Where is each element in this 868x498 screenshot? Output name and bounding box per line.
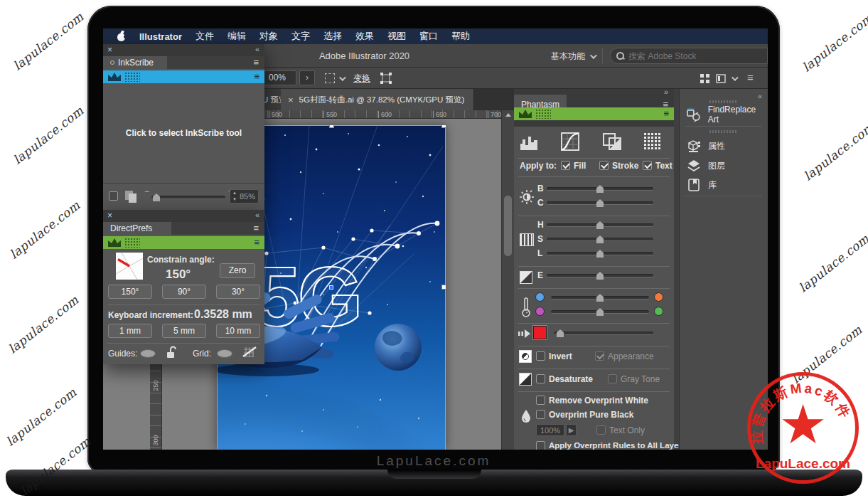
menu-item-help[interactable]: 帮助 (451, 30, 470, 43)
drag-handle[interactable] (709, 100, 738, 103)
close-icon[interactable]: × (107, 45, 112, 55)
slider-thumb[interactable] (596, 308, 604, 316)
duotone-icon[interactable] (602, 132, 622, 151)
slider-thumb[interactable] (596, 294, 604, 302)
drag-handle[interactable] (709, 130, 738, 133)
slider-thumb[interactable] (596, 199, 604, 207)
warm-color-button[interactable] (654, 292, 663, 302)
angle-30-button[interactable]: 30° (216, 285, 260, 299)
panel-menu-icon[interactable]: ≡ (254, 237, 259, 248)
invert-checkbox[interactable] (536, 351, 545, 361)
hue-slider[interactable] (547, 223, 653, 227)
arrange-docs-icon[interactable] (716, 74, 726, 83)
text-checkbox[interactable] (643, 161, 652, 170)
increment-1mm-button[interactable]: 1 mm (108, 324, 152, 338)
menu-item-object[interactable]: 对象 (259, 30, 278, 43)
annotations-checkbox[interactable] (109, 191, 118, 201)
chevron-down-icon[interactable] (339, 74, 346, 81)
menu-item-type[interactable]: 文字 (291, 30, 310, 43)
lightness-slider[interactable] (547, 252, 653, 255)
panel-menu-icon[interactable]: ≡ (253, 57, 259, 68)
selection-handle[interactable] (329, 125, 334, 128)
desaturate-checkbox[interactable] (536, 374, 545, 383)
colorize-slider[interactable] (554, 332, 653, 335)
menu-item-effect[interactable]: 效果 (355, 30, 374, 43)
angle-90-button[interactable]: 90° (162, 285, 206, 299)
temperature-slider[interactable] (551, 296, 649, 300)
tab-inkscribe[interactable]: InkScribe (103, 56, 167, 69)
apple-icon[interactable] (117, 31, 126, 41)
curves-icon[interactable] (561, 132, 579, 151)
zero-button[interactable]: Zero (220, 263, 255, 278)
dock-item-layers[interactable]: 图层 (680, 156, 768, 176)
inkscribe-hint-area[interactable]: Click to select InkScribe tool (103, 83, 264, 184)
directprefs-accent-bar[interactable]: ≡ (103, 236, 264, 249)
search-input[interactable] (628, 51, 749, 61)
slider-thumb[interactable] (153, 194, 160, 201)
fill-checkbox[interactable] (561, 161, 570, 170)
exposure-slider[interactable] (547, 274, 653, 277)
appearance-checkbox[interactable] (595, 351, 604, 361)
panel-menu-icon[interactable]: ≡ (253, 223, 259, 233)
green-color-button[interactable] (654, 307, 663, 316)
chevron-down-icon[interactable] (732, 74, 739, 81)
inkscribe-accent-bar[interactable]: ≡ (103, 70, 264, 83)
annotation-opacity-slider[interactable] (151, 196, 225, 199)
menu-item-file[interactable]: 文件 (195, 30, 214, 43)
vertical-scrollbar[interactable] (501, 110, 514, 450)
selection-handle[interactable] (441, 125, 446, 128)
selection-handle[interactable] (441, 285, 446, 290)
collapse-dock-icon[interactable]: « (758, 92, 762, 100)
text-only-checkbox[interactable] (596, 425, 606, 435)
reset-bounds-icon[interactable] (380, 73, 392, 84)
step-up-icon[interactable]: ▲ (232, 190, 237, 196)
document-tab-active[interactable]: × 5G封面-转曲.ai @ 37.82% (CMYK/GPU 预览) (281, 89, 474, 110)
magenta-color-button[interactable] (535, 307, 545, 316)
close-icon[interactable]: × (107, 211, 112, 221)
colorize-swatch[interactable] (533, 326, 547, 339)
grid-snap-off-icon[interactable] (242, 346, 257, 359)
collapse-icon[interactable]: « (255, 45, 259, 53)
arrange-grid-icon[interactable] (700, 74, 709, 83)
contrast-slider[interactable] (547, 201, 653, 205)
zoom-stepper[interactable]: ▲ ▼ 85% (230, 189, 259, 203)
angle-150-button[interactable]: 150° (108, 285, 152, 299)
slider-thumb[interactable] (596, 272, 604, 280)
guides-visibility-icon[interactable] (140, 349, 156, 358)
grid-visibility-icon[interactable] (217, 349, 232, 358)
close-icon[interactable]: × (288, 95, 294, 105)
menu-item-window[interactable]: 窗口 (419, 30, 438, 43)
menu-app-name[interactable]: Illustrator (139, 31, 182, 42)
percent-stepper-button[interactable]: ▶ (566, 424, 577, 436)
apply-all-layers-checkbox[interactable] (536, 441, 545, 450)
workspace-switcher[interactable]: 基本功能 (551, 49, 595, 63)
dock-item-properties[interactable]: 属性 (680, 136, 768, 156)
increment-5mm-button[interactable]: 5 mm (162, 324, 206, 338)
halftone-icon[interactable] (643, 132, 662, 151)
bounding-box-icon[interactable] (325, 73, 335, 83)
pure-black-percent-field[interactable]: 100% (536, 424, 564, 436)
saturation-slider[interactable] (547, 238, 653, 241)
menu-item-view[interactable]: 视图 (387, 30, 406, 43)
collapse-icon[interactable]: « (255, 211, 259, 219)
cool-color-button[interactable] (535, 292, 545, 302)
zoom-step-button[interactable]: › (299, 70, 315, 85)
slider-thumb[interactable] (557, 329, 564, 337)
slider-thumb[interactable] (596, 185, 604, 193)
panel-menu-icon[interactable]: ≡ (254, 71, 259, 82)
scrollbar-thumb[interactable] (504, 196, 512, 256)
panel-menu-icon[interactable]: ≡ (663, 108, 669, 119)
slider-thumb[interactable] (596, 250, 604, 258)
remove-overprint-white-checkbox[interactable] (536, 396, 545, 405)
dock-item-findreplace[interactable]: FindReplace Art (680, 105, 768, 124)
list-menu-icon[interactable]: ≡ (747, 71, 754, 83)
menu-item-edit[interactable]: 编辑 (227, 30, 246, 43)
transform-link[interactable]: 变换 (353, 73, 370, 85)
tab-directprefs[interactable]: DirectPrefs (103, 222, 171, 235)
minus-icon[interactable]: − (144, 186, 149, 196)
tint-slider[interactable] (551, 310, 649, 314)
scroll-up-icon[interactable] (505, 113, 511, 117)
guides-unlock-icon[interactable] (166, 346, 177, 359)
adobe-stock-search[interactable] (610, 48, 768, 64)
overprint-pure-black-checkbox[interactable] (536, 410, 545, 419)
